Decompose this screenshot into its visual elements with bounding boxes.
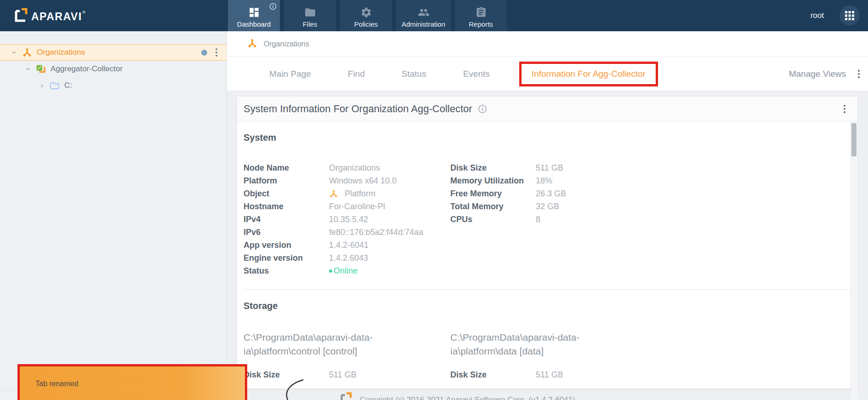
section-divider: [244, 289, 851, 290]
people-icon: [417, 6, 430, 19]
kv-value: 26.3 GB: [536, 187, 851, 200]
kv-label: Free Memory: [450, 187, 536, 200]
kv-label: App version: [244, 239, 329, 251]
kv-value: 10.35.5.42: [329, 213, 450, 226]
kebab-menu-icon[interactable]: [842, 103, 847, 115]
kv-value: 18%: [536, 174, 851, 187]
system-info-panel: System Information For Organization Agg-…: [237, 97, 857, 389]
kebab-menu-icon[interactable]: [856, 68, 862, 80]
aparavi-logo[interactable]: APARAVI ®: [13, 6, 85, 25]
kv-label: IPv6: [244, 226, 329, 239]
org-tree: › Organizations ›: [0, 31, 227, 94]
status-dot: [201, 50, 207, 56]
storage-volumes: C:\ProgramData\aparavi-data-ia\platform\…: [244, 331, 851, 381]
nav-label: Dashboard: [237, 20, 271, 28]
kv-label: Status: [244, 264, 329, 277]
section-heading-storage: Storage: [244, 301, 851, 311]
main-nav: Dashboard Files Policies Administration: [228, 0, 511, 31]
kv-label: CPUs: [450, 213, 536, 226]
report-icon: [475, 6, 487, 19]
breadcrumb-label[interactable]: Organizations: [264, 40, 309, 48]
info-icon[interactable]: [478, 104, 487, 114]
nav-label: Administration: [402, 20, 445, 28]
chevron-right-icon[interactable]: ›: [38, 81, 46, 90]
aggregator-collector-icon: [36, 64, 46, 74]
nav-administration[interactable]: Administration: [396, 0, 451, 31]
nav-label: Reports: [469, 20, 493, 28]
org-network-icon: [329, 189, 338, 198]
tab-find[interactable]: Find: [348, 69, 365, 79]
kv-value: 1.4.2.6043: [329, 251, 450, 264]
dashboard-icon: [248, 6, 260, 19]
kv-value: Windows x64 10.0: [329, 174, 450, 187]
breadcrumb: Organizations: [227, 31, 868, 57]
org-network-icon: [22, 47, 32, 57]
status-badge: Online: [329, 264, 450, 277]
info-icon[interactable]: [269, 3, 277, 12]
top-navbar: APARAVI ® Dashboard Files: [0, 0, 868, 31]
tree-item-label: Organizations: [37, 48, 85, 57]
kv-value: 1.4.2-6041: [329, 239, 450, 251]
kv-value: For-Caroline-Pl: [329, 200, 450, 213]
kv-value: 511 GB: [329, 368, 450, 381]
section-heading-system: System: [244, 132, 851, 143]
volume-path: C:\ProgramData\aparavi-data-ia\platform\…: [244, 331, 403, 358]
kv-label: Hostname: [244, 200, 329, 213]
main-content: Organizations Main Page Find Status Even…: [227, 31, 868, 400]
nav-policies[interactable]: Policies: [340, 0, 392, 31]
toast-notification: Tab renamed: [17, 364, 247, 400]
folder-outline-icon: [50, 81, 60, 90]
nav-label: Files: [303, 20, 318, 28]
kv-label: Object: [244, 187, 329, 200]
kv-label: Node Name: [244, 161, 329, 174]
org-network-icon: [247, 38, 257, 50]
vertical-scrollbar[interactable]: [851, 121, 857, 400]
tree-item-organizations[interactable]: › Organizations: [0, 44, 227, 61]
logo-text: APARAVI: [31, 11, 82, 23]
chevron-down-icon[interactable]: ›: [23, 65, 33, 73]
manage-views-button[interactable]: Manage Views: [789, 69, 846, 79]
kv-value: 511 GB: [536, 161, 851, 174]
kv-value: fe80::176:b5a2:f44d:74aa: [329, 226, 450, 239]
tab-information-for-agg-collector[interactable]: Information For Agg-Collector: [532, 69, 646, 79]
storage-volume-data: C:\ProgramData\aparavi-data-ia\platform\…: [450, 331, 610, 381]
nav-reports[interactable]: Reports: [455, 0, 507, 31]
kv-label: IPv4: [244, 213, 329, 226]
scroll-area: System Information For Organization Agg-…: [227, 91, 868, 400]
tree-sidebar: › Organizations ›: [0, 31, 227, 400]
app-footer: Copyright (c) 2016-2021 Aparavi Software…: [227, 392, 868, 400]
folder-icon: [304, 6, 316, 19]
view-tabs: Main Page Find Status Events Information…: [227, 57, 868, 91]
apps-grid-button[interactable]: [840, 6, 860, 26]
logo-registered-mark: ®: [83, 10, 86, 15]
kv-value: 8: [536, 213, 851, 226]
tree-item-label: Aggregator-Collector: [51, 64, 123, 74]
panel-body: System Node Name Organizations Platform …: [237, 121, 857, 389]
gear-icon: [360, 6, 372, 19]
user-menu[interactable]: root: [811, 11, 824, 20]
chevron-down-icon[interactable]: ›: [10, 48, 19, 57]
kv-value: 511 GB: [536, 368, 610, 381]
kebab-menu-icon[interactable]: [214, 46, 219, 58]
panel-title: System Information For Organization Agg-…: [244, 103, 472, 115]
scrollbar-thumb[interactable]: [851, 123, 857, 156]
toast-message: Tab renamed: [20, 380, 78, 388]
nav-label: Policies: [354, 20, 378, 28]
kv-label: Engine version: [244, 251, 329, 264]
tab-events[interactable]: Events: [463, 69, 490, 79]
annotation-box: Information For Agg-Collector: [519, 62, 658, 86]
system-details: Node Name Organizations Platform Windows…: [244, 161, 851, 277]
nav-dashboard[interactable]: Dashboard: [228, 0, 280, 31]
volume-path: C:\ProgramData\aparavi-data-ia\platform\…: [450, 331, 610, 358]
kv-value-object: Platform: [329, 187, 450, 200]
tree-item-c-drive[interactable]: › C:: [0, 77, 227, 94]
kv-label: Disk Size: [450, 368, 536, 381]
tree-item-aggregator-collector[interactable]: › Aggregator-Collector: [0, 61, 227, 77]
nav-files[interactable]: Files: [284, 0, 336, 31]
tab-main-page[interactable]: Main Page: [269, 69, 311, 79]
kv-value: 32 GB: [536, 200, 851, 213]
tab-status[interactable]: Status: [402, 69, 426, 79]
kv-value: Organizations: [329, 161, 450, 174]
apps-grid-icon: [845, 11, 854, 20]
storage-volume-control: C:\ProgramData\aparavi-data-ia\platform\…: [244, 331, 450, 381]
